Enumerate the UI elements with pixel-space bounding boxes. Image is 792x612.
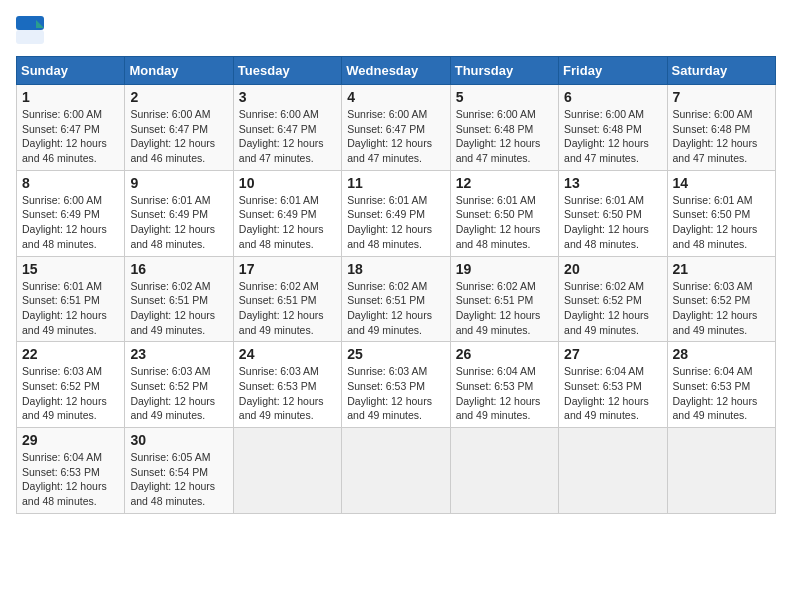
day-info: Sunrise: 6:02 AMSunset: 6:52 PMDaylight:…: [564, 279, 661, 338]
day-number: 25: [347, 346, 444, 362]
day-info: Sunrise: 6:00 AMSunset: 6:49 PMDaylight:…: [22, 193, 119, 252]
day-info: Sunrise: 6:03 AMSunset: 6:52 PMDaylight:…: [130, 364, 227, 423]
day-info: Sunrise: 6:00 AMSunset: 6:48 PMDaylight:…: [673, 107, 770, 166]
logo-icon: [16, 16, 44, 44]
day-number: 7: [673, 89, 770, 105]
day-number: 8: [22, 175, 119, 191]
logo: [16, 16, 46, 44]
calendar-row: 8Sunrise: 6:00 AMSunset: 6:49 PMDaylight…: [17, 170, 776, 256]
calendar-body: 1Sunrise: 6:00 AMSunset: 6:47 PMDaylight…: [17, 85, 776, 514]
day-number: 14: [673, 175, 770, 191]
table-cell: 13Sunrise: 6:01 AMSunset: 6:50 PMDayligh…: [559, 170, 667, 256]
day-number: 24: [239, 346, 336, 362]
day-info: Sunrise: 6:02 AMSunset: 6:51 PMDaylight:…: [347, 279, 444, 338]
table-cell: 24Sunrise: 6:03 AMSunset: 6:53 PMDayligh…: [233, 342, 341, 428]
day-info: Sunrise: 6:00 AMSunset: 6:47 PMDaylight:…: [22, 107, 119, 166]
table-cell: 4Sunrise: 6:00 AMSunset: 6:47 PMDaylight…: [342, 85, 450, 171]
col-sunday: Sunday: [17, 57, 125, 85]
day-info: Sunrise: 6:01 AMSunset: 6:50 PMDaylight:…: [673, 193, 770, 252]
table-cell: [233, 428, 341, 514]
table-cell: 9Sunrise: 6:01 AMSunset: 6:49 PMDaylight…: [125, 170, 233, 256]
day-info: Sunrise: 6:04 AMSunset: 6:53 PMDaylight:…: [673, 364, 770, 423]
col-saturday: Saturday: [667, 57, 775, 85]
table-cell: 2Sunrise: 6:00 AMSunset: 6:47 PMDaylight…: [125, 85, 233, 171]
day-info: Sunrise: 6:05 AMSunset: 6:54 PMDaylight:…: [130, 450, 227, 509]
table-cell: 29Sunrise: 6:04 AMSunset: 6:53 PMDayligh…: [17, 428, 125, 514]
table-cell: 14Sunrise: 6:01 AMSunset: 6:50 PMDayligh…: [667, 170, 775, 256]
calendar-row: 29Sunrise: 6:04 AMSunset: 6:53 PMDayligh…: [17, 428, 776, 514]
day-number: 11: [347, 175, 444, 191]
table-cell: 19Sunrise: 6:02 AMSunset: 6:51 PMDayligh…: [450, 256, 558, 342]
day-number: 3: [239, 89, 336, 105]
svg-rect-1: [16, 30, 44, 44]
day-info: Sunrise: 6:04 AMSunset: 6:53 PMDaylight:…: [564, 364, 661, 423]
table-cell: [559, 428, 667, 514]
day-number: 1: [22, 89, 119, 105]
day-info: Sunrise: 6:00 AMSunset: 6:47 PMDaylight:…: [239, 107, 336, 166]
day-info: Sunrise: 6:03 AMSunset: 6:52 PMDaylight:…: [673, 279, 770, 338]
table-cell: 28Sunrise: 6:04 AMSunset: 6:53 PMDayligh…: [667, 342, 775, 428]
table-cell: 22Sunrise: 6:03 AMSunset: 6:52 PMDayligh…: [17, 342, 125, 428]
table-cell: 5Sunrise: 6:00 AMSunset: 6:48 PMDaylight…: [450, 85, 558, 171]
day-info: Sunrise: 6:00 AMSunset: 6:48 PMDaylight:…: [456, 107, 553, 166]
day-number: 30: [130, 432, 227, 448]
day-number: 5: [456, 89, 553, 105]
day-info: Sunrise: 6:03 AMSunset: 6:53 PMDaylight:…: [239, 364, 336, 423]
calendar-table: Sunday Monday Tuesday Wednesday Thursday…: [16, 56, 776, 514]
page-header: [16, 16, 776, 44]
day-number: 16: [130, 261, 227, 277]
day-info: Sunrise: 6:02 AMSunset: 6:51 PMDaylight:…: [130, 279, 227, 338]
table-cell: 15Sunrise: 6:01 AMSunset: 6:51 PMDayligh…: [17, 256, 125, 342]
table-cell: 18Sunrise: 6:02 AMSunset: 6:51 PMDayligh…: [342, 256, 450, 342]
day-info: Sunrise: 6:02 AMSunset: 6:51 PMDaylight:…: [239, 279, 336, 338]
day-number: 10: [239, 175, 336, 191]
day-number: 4: [347, 89, 444, 105]
table-cell: 8Sunrise: 6:00 AMSunset: 6:49 PMDaylight…: [17, 170, 125, 256]
table-cell: 26Sunrise: 6:04 AMSunset: 6:53 PMDayligh…: [450, 342, 558, 428]
day-info: Sunrise: 6:00 AMSunset: 6:48 PMDaylight:…: [564, 107, 661, 166]
day-number: 19: [456, 261, 553, 277]
day-info: Sunrise: 6:01 AMSunset: 6:49 PMDaylight:…: [347, 193, 444, 252]
day-info: Sunrise: 6:03 AMSunset: 6:53 PMDaylight:…: [347, 364, 444, 423]
day-info: Sunrise: 6:02 AMSunset: 6:51 PMDaylight:…: [456, 279, 553, 338]
col-wednesday: Wednesday: [342, 57, 450, 85]
table-cell: 21Sunrise: 6:03 AMSunset: 6:52 PMDayligh…: [667, 256, 775, 342]
day-number: 18: [347, 261, 444, 277]
day-number: 2: [130, 89, 227, 105]
table-cell: 17Sunrise: 6:02 AMSunset: 6:51 PMDayligh…: [233, 256, 341, 342]
table-cell: 1Sunrise: 6:00 AMSunset: 6:47 PMDaylight…: [17, 85, 125, 171]
day-info: Sunrise: 6:01 AMSunset: 6:50 PMDaylight:…: [456, 193, 553, 252]
day-number: 12: [456, 175, 553, 191]
table-cell: 12Sunrise: 6:01 AMSunset: 6:50 PMDayligh…: [450, 170, 558, 256]
day-number: 20: [564, 261, 661, 277]
day-number: 27: [564, 346, 661, 362]
col-friday: Friday: [559, 57, 667, 85]
day-number: 13: [564, 175, 661, 191]
table-cell: 6Sunrise: 6:00 AMSunset: 6:48 PMDaylight…: [559, 85, 667, 171]
table-cell: 16Sunrise: 6:02 AMSunset: 6:51 PMDayligh…: [125, 256, 233, 342]
calendar-row: 15Sunrise: 6:01 AMSunset: 6:51 PMDayligh…: [17, 256, 776, 342]
calendar-row: 22Sunrise: 6:03 AMSunset: 6:52 PMDayligh…: [17, 342, 776, 428]
day-info: Sunrise: 6:01 AMSunset: 6:50 PMDaylight:…: [564, 193, 661, 252]
day-info: Sunrise: 6:01 AMSunset: 6:51 PMDaylight:…: [22, 279, 119, 338]
calendar-row: 1Sunrise: 6:00 AMSunset: 6:47 PMDaylight…: [17, 85, 776, 171]
table-cell: 7Sunrise: 6:00 AMSunset: 6:48 PMDaylight…: [667, 85, 775, 171]
day-number: 23: [130, 346, 227, 362]
day-number: 29: [22, 432, 119, 448]
table-cell: 20Sunrise: 6:02 AMSunset: 6:52 PMDayligh…: [559, 256, 667, 342]
day-number: 17: [239, 261, 336, 277]
day-number: 26: [456, 346, 553, 362]
day-number: 21: [673, 261, 770, 277]
col-monday: Monday: [125, 57, 233, 85]
table-cell: 3Sunrise: 6:00 AMSunset: 6:47 PMDaylight…: [233, 85, 341, 171]
table-cell: 25Sunrise: 6:03 AMSunset: 6:53 PMDayligh…: [342, 342, 450, 428]
day-number: 9: [130, 175, 227, 191]
table-cell: [667, 428, 775, 514]
day-number: 28: [673, 346, 770, 362]
header-row: Sunday Monday Tuesday Wednesday Thursday…: [17, 57, 776, 85]
table-cell: [342, 428, 450, 514]
day-number: 15: [22, 261, 119, 277]
day-info: Sunrise: 6:00 AMSunset: 6:47 PMDaylight:…: [347, 107, 444, 166]
col-tuesday: Tuesday: [233, 57, 341, 85]
table-cell: 23Sunrise: 6:03 AMSunset: 6:52 PMDayligh…: [125, 342, 233, 428]
